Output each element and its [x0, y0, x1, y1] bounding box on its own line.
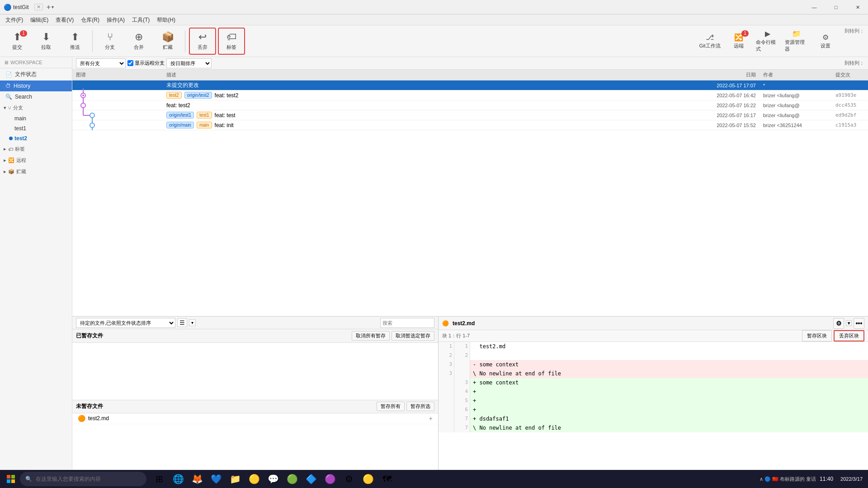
taskbar-app-6[interactable]: 🟢: [283, 470, 301, 488]
uncommitted-author: *: [760, 83, 832, 88]
close-button[interactable]: ✕: [847, 0, 868, 14]
branch-item-main[interactable]: main: [0, 114, 72, 123]
menu-help[interactable]: 帮助(H): [153, 14, 179, 25]
stage-all-btn[interactable]: 暂存所有: [377, 402, 405, 411]
taskbar-firefox[interactable]: 🦊: [188, 470, 206, 488]
discard-hunk-btn[interactable]: 丢弃区块: [834, 330, 864, 341]
taskbar-app-9[interactable]: 🟡: [359, 470, 377, 488]
dropdown-arrow-icon[interactable]: ▾: [846, 320, 852, 326]
commit-row-3[interactable]: origin/main main feat: init 2022-05-07 1…: [72, 120, 868, 130]
svg-rect-15: [7, 479, 10, 483]
sidebar-section-tag[interactable]: ▸ 🏷 标签: [0, 143, 72, 155]
title-bar: 🔵 testGit ✕ + ▾ — □ ✕: [0, 0, 868, 14]
taskbar-edge[interactable]: 🌐: [169, 470, 187, 488]
toolbar-push[interactable]: ⬆ 推送: [61, 28, 89, 55]
diff-line-2: 2 2: [439, 351, 868, 360]
toolbar-terminal[interactable]: ▶ 命令行模式: [754, 28, 781, 55]
taskbar-settings[interactable]: ⚙: [340, 470, 358, 488]
sidebar-history[interactable]: ⏱ History: [0, 81, 72, 91]
stage-selected-btn[interactable]: 暂存所选: [406, 402, 434, 411]
toolbar-sep-1: [92, 30, 93, 52]
line-content: test2.md: [470, 342, 868, 351]
branch-item-test1[interactable]: test1: [0, 123, 72, 133]
menu-view[interactable]: 查看(V): [52, 14, 77, 25]
tag-origin-main: origin/main: [166, 122, 194, 128]
title-add-btn[interactable]: +: [47, 3, 51, 11]
chevron-right-icon-stash: ▸: [4, 169, 6, 175]
toolbar-commit[interactable]: ⬆ 提交 1: [4, 28, 31, 55]
maximize-button[interactable]: □: [826, 0, 846, 14]
toolbar-stash[interactable]: 📦 贮藏: [154, 28, 181, 55]
taskbar-chrome[interactable]: 🟡: [245, 470, 263, 488]
sidebar-section-stash[interactable]: ▸ 📦 贮藏: [0, 166, 72, 177]
toolbar-discard[interactable]: ↩ 丢弃: [189, 28, 216, 55]
menu-repo[interactable]: 仓库(R): [77, 14, 103, 25]
toolbar-branch[interactable]: ⑂ 分支: [96, 28, 123, 55]
title-dropdown-btn[interactable]: ▾: [52, 5, 54, 9]
diff-more-btn[interactable]: •••: [854, 318, 864, 329]
show-remote-checkbox[interactable]: 显示远程分支: [127, 60, 165, 66]
taskbar-search-input[interactable]: [36, 476, 141, 482]
taskbar-wechat[interactable]: 💬: [264, 470, 282, 488]
menu-action[interactable]: 操作(A): [103, 14, 128, 25]
taskbar-app-8[interactable]: 🟣: [321, 470, 339, 488]
taskbar-explorer[interactable]: 📁: [226, 470, 244, 488]
menu-file[interactable]: 文件(F): [2, 14, 27, 25]
staged-files-header: 已暂存文件 取消所有暂存 取消暂选定暂存: [72, 329, 438, 343]
commit-row-0[interactable]: test2 origin/test2 feat: test2 2022-05-0…: [72, 90, 868, 100]
line-content: +: [470, 405, 868, 414]
view-toggle-btn[interactable]: ☰: [177, 318, 187, 327]
view-toggle-dropdown[interactable]: ▾: [189, 319, 196, 326]
diff-search-input[interactable]: [380, 318, 434, 328]
diff-line-added-5: 7 + dsdafsaf1: [439, 414, 868, 423]
pull-icon: ⬇: [42, 31, 50, 43]
title-bar-close-btn[interactable]: ✕: [34, 4, 43, 10]
commit-graph-0: [72, 90, 163, 100]
sidebar-file-status[interactable]: 📄 文件状态: [0, 68, 72, 81]
toolbar-explorer[interactable]: 📁 资源管理器: [783, 28, 810, 55]
commit-row-1[interactable]: feat: test2 2022-05-07 16:22 brizer <liu…: [72, 100, 868, 110]
sidebar-section-branch[interactable]: ▾ ⑂ 分支: [0, 102, 72, 114]
taskbar-search[interactable]: 🔍: [20, 472, 146, 486]
taskbar-app-7[interactable]: 🔷: [302, 470, 320, 488]
commit-badge: 1: [20, 30, 27, 37]
sidebar-section-remote[interactable]: ▸ 🔀 远程: [0, 155, 72, 166]
toolbar-gitflow[interactable]: ⎇ Git工作流: [696, 28, 723, 55]
minimize-button[interactable]: —: [804, 0, 825, 14]
sidebar: 🖥 WORKSPACE 📄 文件状态 ⏱ History 🔍 Search ▾ …: [0, 57, 72, 470]
toolbar-tag[interactable]: 🏷 标签: [218, 28, 245, 55]
stage-file-btn[interactable]: +: [429, 415, 433, 422]
line-content: + dsdafsaf1: [470, 414, 868, 423]
toolbar-settings[interactable]: ⚙ 设置: [812, 28, 839, 55]
taskbar-maps[interactable]: 🗺: [378, 470, 396, 488]
toolbar-pull[interactable]: ⬇ 拉取: [33, 28, 60, 55]
sort-select[interactable]: 按日期排序: [166, 58, 212, 68]
commit-row-2[interactable]: origin/test1 test1 feat: test 2022-05-07…: [72, 110, 868, 120]
menu-tools[interactable]: 工具(T): [128, 14, 153, 25]
taskbar-task-view[interactable]: ⊞: [150, 470, 168, 488]
remote-badge: 1: [741, 30, 749, 37]
file-filter-select[interactable]: 待定的文件,已依照文件状态排序: [76, 318, 175, 328]
branch-item-test2[interactable]: test2: [0, 133, 72, 143]
stage-hunk-btn[interactable]: 暂存区块: [802, 330, 832, 341]
unstaged-file-test2md[interactable]: 🟠 test2.md +: [72, 413, 438, 424]
branch-filter-select[interactable]: 所有分支: [76, 58, 126, 68]
commit-desc-0: test2 origin/test2 feat: test2: [163, 92, 687, 99]
commit-date-3: 2022-05-07 15:52: [687, 123, 760, 128]
line-num-new: 2: [454, 351, 470, 360]
diff-settings-btn[interactable]: ⚙: [833, 318, 844, 329]
discard-icon: ↩: [198, 31, 207, 43]
bottom-left: 待定的文件,已依照文件状态排序 ☰ ▾ 已暂存文件 取消所有暂存 取消暂选定暂存: [72, 317, 439, 470]
cancel-selected-staged-btn[interactable]: 取消暂选定暂存: [392, 331, 434, 341]
start-button[interactable]: [2, 470, 20, 488]
toolbar-remote[interactable]: 🔀 远端 1: [725, 28, 752, 55]
bottom-area: 待定的文件,已依照文件状态排序 ☰ ▾ 已暂存文件 取消所有暂存 取消暂选定暂存: [72, 316, 868, 470]
cancel-all-staged-btn[interactable]: 取消所有暂存: [352, 331, 390, 341]
menu-edit[interactable]: 编辑(E): [27, 14, 52, 25]
taskbar-vscode[interactable]: 💙: [207, 470, 225, 488]
uncommitted-row[interactable]: 未提交的更改 2022-05-17 17:07 *: [72, 81, 868, 90]
branch-section-icon: ⑂: [8, 105, 11, 111]
toolbar-merge[interactable]: ⊕ 合并: [125, 28, 152, 55]
sidebar-search[interactable]: 🔍 Search: [0, 91, 72, 102]
unstaged-header-btns: 暂存所有 暂存所选: [377, 402, 434, 411]
